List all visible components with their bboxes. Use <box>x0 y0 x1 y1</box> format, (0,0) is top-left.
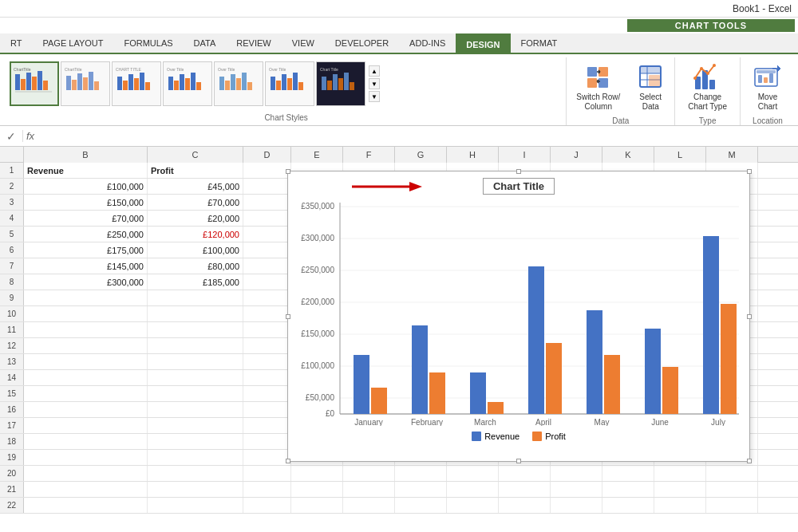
svg-point-68 <box>713 64 716 67</box>
col-header-k[interactable]: K <box>602 147 654 163</box>
row-number: 19 <box>0 450 24 465</box>
scroll-up[interactable]: ▲ <box>369 65 380 77</box>
tab-developer[interactable]: DEVELOPER <box>325 32 399 53</box>
resize-handle-br[interactable] <box>747 459 752 463</box>
svg-rect-12 <box>83 77 88 90</box>
svg-text:£250,000: £250,000 <box>301 266 334 274</box>
chart-style-1[interactable]: ChartTitle <box>10 61 59 106</box>
chart-style-7[interactable]: Chart Title <box>316 61 365 106</box>
bar-feb-profit <box>429 372 445 414</box>
svg-text:Over Title: Over Title <box>218 67 235 72</box>
cell-b5[interactable]: £250,000 <box>24 227 148 242</box>
tab-format[interactable]: FORMAT <box>511 32 568 53</box>
legend-profit-label: Profit <box>545 432 566 441</box>
bar-jun-revenue <box>645 329 661 414</box>
tab-review[interactable]: REVIEW <box>226 32 281 53</box>
resize-handle-top[interactable] <box>516 169 521 174</box>
resize-handle-tl[interactable] <box>286 169 290 174</box>
col-header-l[interactable]: L <box>654 147 706 163</box>
bar-jan-profit <box>371 388 387 414</box>
svg-rect-25 <box>174 81 179 90</box>
switch-row-column-button[interactable]: Switch Row/Column <box>570 61 626 113</box>
col-header-e[interactable]: E <box>291 147 343 163</box>
tab-view[interactable]: VIEW <box>282 32 325 53</box>
cell-c1[interactable]: Profit <box>148 163 243 178</box>
svg-text:CHART TITLE: CHART TITLE <box>116 67 142 72</box>
cell-b1[interactable]: Revenue <box>24 163 148 178</box>
tab-data[interactable]: DATA <box>184 32 227 53</box>
change-chart-type-icon <box>693 62 722 91</box>
cell-c7[interactable]: £80,000 <box>148 258 243 274</box>
tab-design[interactable]: DESIGN <box>456 33 510 54</box>
scroll-down[interactable]: ▼ <box>369 78 380 89</box>
cell-b8[interactable]: £300,000 <box>24 274 148 290</box>
resize-handle-bottom[interactable] <box>516 459 521 463</box>
resize-handle-right[interactable] <box>747 314 752 319</box>
select-data-button[interactable]: SelectData <box>630 61 671 113</box>
title-bar: Book1 - Excel <box>0 0 798 18</box>
scroll-expand[interactable]: ▼ <box>369 91 380 102</box>
svg-rect-2 <box>21 79 26 90</box>
bar-apr-revenue <box>528 266 544 414</box>
row-number: 2 <box>0 179 24 194</box>
svg-rect-13 <box>89 72 93 90</box>
cell-c4[interactable]: £20,000 <box>148 211 243 226</box>
resize-handle-bl[interactable] <box>286 459 290 463</box>
col-header-g[interactable]: G <box>395 147 447 163</box>
col-header-b[interactable]: B <box>24 147 148 163</box>
cell-b6[interactable]: £175,000 <box>24 242 148 258</box>
legend-revenue-label: Revenue <box>484 432 519 441</box>
cell-c3[interactable]: £70,000 <box>148 195 243 210</box>
chart-style-3[interactable]: CHART TITLE <box>112 61 161 106</box>
chart-style-2[interactable]: ChartTitle <box>61 61 110 106</box>
svg-rect-64 <box>709 80 715 89</box>
svg-rect-26 <box>180 74 184 90</box>
chart-title[interactable]: Chart Title <box>483 178 555 195</box>
formula-input[interactable] <box>41 128 795 145</box>
resize-handle-tr[interactable] <box>747 169 752 174</box>
move-chart-button[interactable]: MoveChart <box>744 61 792 113</box>
col-header-f[interactable]: F <box>343 147 395 163</box>
svg-text:Chart Title: Chart Title <box>320 67 338 72</box>
legend-revenue-color <box>472 432 481 441</box>
col-header-i[interactable]: I <box>499 147 551 163</box>
resize-handle-left[interactable] <box>286 314 290 319</box>
col-header-d[interactable]: D <box>243 147 291 163</box>
tab-formulas[interactable]: FORMULAS <box>113 32 183 53</box>
row-number: 6 <box>0 242 24 258</box>
chart-styles-section: ChartTitle ChartTitle <box>3 57 567 125</box>
cell-c8[interactable]: £185,000 <box>148 274 243 290</box>
cell-d2[interactable] <box>243 179 291 194</box>
tab-page-layout[interactable]: PAGE LAYOUT <box>32 32 113 53</box>
svg-rect-57 <box>640 66 661 73</box>
chart-style-6[interactable]: Over Title <box>265 61 314 106</box>
chart-style-5[interactable]: Over Title <box>214 61 263 106</box>
cell-c2[interactable]: £45,000 <box>148 179 243 194</box>
row-number: 15 <box>0 386 24 401</box>
chart-container[interactable]: Chart Title £350,000 £300,000 £250,000 £… <box>287 171 750 462</box>
col-header-m[interactable]: M <box>706 147 758 163</box>
chart-style-4[interactable]: Over Title <box>163 61 212 106</box>
change-chart-type-label: ChangeChart Type <box>688 93 727 112</box>
col-header-c[interactable]: C <box>148 147 243 163</box>
cell-b2[interactable]: £100,000 <box>24 179 148 194</box>
cell-c5[interactable]: £120,000 <box>148 227 243 242</box>
svg-rect-71 <box>758 75 762 83</box>
cell-d1[interactable] <box>243 163 291 178</box>
formula-checkmark[interactable]: ✓ <box>3 130 19 143</box>
cell-d3[interactable] <box>243 195 291 210</box>
cell-b3[interactable]: £150,000 <box>24 195 148 210</box>
tab-rt[interactable]: RT <box>0 32 32 53</box>
ribbon-body: ChartTitle ChartTitle <box>0 54 798 126</box>
bar-jul-revenue <box>703 236 719 414</box>
cell-b7[interactable]: £145,000 <box>24 258 148 274</box>
chart-style-scroll[interactable]: ▲ ▼ ▼ <box>369 65 380 102</box>
change-chart-type-button[interactable]: ChangeChart Type <box>678 61 737 113</box>
cell-c6[interactable]: £100,000 <box>148 242 243 258</box>
cell-b4[interactable]: £70,000 <box>24 211 148 226</box>
svg-rect-46 <box>322 77 326 90</box>
col-header-h[interactable]: H <box>447 147 499 163</box>
col-header-j[interactable]: J <box>551 147 602 163</box>
svg-rect-29 <box>196 82 201 90</box>
tab-add-ins[interactable]: ADD-INS <box>399 32 456 53</box>
